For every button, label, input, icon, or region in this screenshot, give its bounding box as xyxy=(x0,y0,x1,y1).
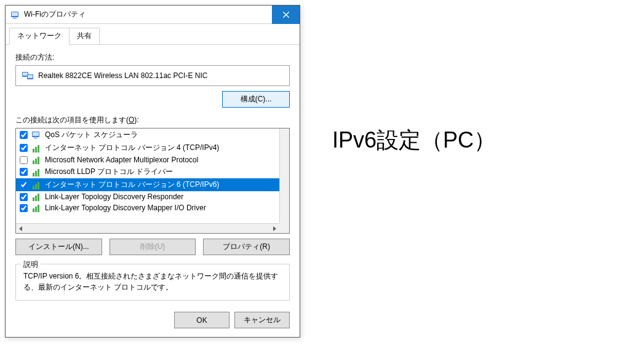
svg-rect-10 xyxy=(33,132,39,136)
wifi-properties-dialog: Wi-Fiのプロパティ ネットワーク 共有 接続の方法: Realtek 882… xyxy=(5,5,300,338)
svg-rect-2 xyxy=(13,18,17,18)
list-item[interactable]: Link-Layer Topology Discovery Mapper I/O… xyxy=(16,202,279,213)
list-item[interactable]: インターネット プロトコル バージョン 4 (TCP/IPv4) xyxy=(16,141,279,154)
svg-rect-18 xyxy=(33,173,34,176)
protocol-icon xyxy=(31,181,41,189)
svg-rect-24 xyxy=(33,197,34,201)
list-item-checkbox[interactable] xyxy=(20,156,28,164)
wifi-icon xyxy=(10,10,20,20)
connect-method-label: 接続の方法: xyxy=(15,52,290,63)
list-item-checkbox[interactable] xyxy=(20,193,28,201)
page-title: IPv6設定（PC） xyxy=(332,125,496,156)
list-item[interactable]: インターネット プロトコル バージョン 6 (TCP/IPv6) xyxy=(16,178,279,191)
list-item[interactable]: Microsoft Network Adapter Multiplexor Pr… xyxy=(16,154,279,165)
list-item-label: インターネット プロトコル バージョン 6 (TCP/IPv6) xyxy=(45,180,219,190)
protocol-icon xyxy=(31,144,41,152)
titlebar: Wi-Fiのプロパティ xyxy=(6,6,300,24)
uninstall-button[interactable]: 削除(U) xyxy=(110,239,196,255)
horizontal-scrollbar[interactable] xyxy=(16,223,279,233)
svg-rect-22 xyxy=(35,184,37,189)
scroll-left-arrow[interactable] xyxy=(16,224,26,234)
properties-button[interactable]: プロパティ(R) xyxy=(203,239,290,255)
list-item-label: Link-Layer Topology Discovery Responder xyxy=(45,192,183,201)
svg-rect-17 xyxy=(38,157,39,164)
svg-rect-20 xyxy=(38,169,39,176)
svg-rect-29 xyxy=(38,205,39,212)
svg-rect-25 xyxy=(35,196,37,201)
titlebar-title: Wi-Fiのプロパティ xyxy=(24,9,272,20)
list-item[interactable]: QoS パケット スケジューラ xyxy=(16,129,279,141)
items-list-label: この接続は次の項目を使用します(O): xyxy=(15,115,290,125)
vertical-scrollbar[interactable] xyxy=(279,129,289,223)
svg-marker-31 xyxy=(273,226,276,231)
scroll-right-arrow[interactable] xyxy=(269,224,279,234)
monitor-icon xyxy=(31,131,41,140)
protocol-icon xyxy=(31,168,41,176)
scroll-corner xyxy=(279,223,289,233)
configure-button[interactable]: 構成(C)... xyxy=(222,91,290,108)
cancel-button[interactable]: キャンセル xyxy=(234,312,290,328)
list-item-label: インターネット プロトコル バージョン 4 (TCP/IPv4) xyxy=(45,143,219,153)
description-title: 説明 xyxy=(21,259,41,270)
svg-rect-16 xyxy=(35,159,37,164)
protocol-icon xyxy=(31,192,41,201)
list-item-checkbox[interactable] xyxy=(20,204,28,212)
list-item-checkbox[interactable] xyxy=(20,131,28,139)
list-item-label: QoS パケット スケジューラ xyxy=(45,130,138,140)
svg-rect-12 xyxy=(33,149,34,152)
svg-marker-30 xyxy=(19,226,22,231)
list-item-label: Link-Layer Topology Discovery Mapper I/O… xyxy=(45,204,206,212)
svg-rect-15 xyxy=(33,160,34,164)
adapter-box: Realtek 8822CE Wireless LAN 802.11ac PCI… xyxy=(15,65,290,86)
svg-rect-11 xyxy=(34,138,38,138)
list-item-checkbox[interactable] xyxy=(20,168,28,176)
install-button[interactable]: インストール(N)... xyxy=(15,239,102,255)
description-groupbox: 説明 TCP/IP version 6。相互接続されたさまざまなネットワーク間の… xyxy=(15,264,290,301)
svg-rect-26 xyxy=(38,194,39,201)
list-item[interactable]: Link-Layer Topology Discovery Responder xyxy=(16,191,279,202)
list-item-checkbox[interactable] xyxy=(20,144,28,152)
list-item[interactable]: Microsoft LLDP プロトコル ドライバー xyxy=(16,165,279,178)
svg-rect-23 xyxy=(38,182,39,189)
svg-rect-8 xyxy=(28,75,33,78)
description-text: TCP/IP version 6。相互接続されたさまざまなネットワーク間の通信を… xyxy=(23,271,282,293)
svg-rect-27 xyxy=(33,208,34,212)
svg-rect-13 xyxy=(35,147,37,152)
tab-sharing[interactable]: 共有 xyxy=(69,28,100,44)
svg-rect-14 xyxy=(38,145,39,152)
close-button[interactable] xyxy=(272,6,300,24)
svg-rect-6 xyxy=(23,73,28,76)
protocol-icon xyxy=(31,204,41,212)
adapter-name: Realtek 8822CE Wireless LAN 802.11ac PCI… xyxy=(38,71,207,80)
svg-rect-28 xyxy=(35,207,37,212)
svg-rect-19 xyxy=(35,171,37,176)
svg-rect-21 xyxy=(33,186,34,189)
list-item-label: Microsoft Network Adapter Multiplexor Pr… xyxy=(45,156,198,164)
list-item-label: Microsoft LLDP プロトコル ドライバー xyxy=(45,167,173,177)
network-items-listbox[interactable]: QoS パケット スケジューラインターネット プロトコル バージョン 4 (TC… xyxy=(15,128,290,234)
ok-button[interactable]: OK xyxy=(174,312,229,328)
close-icon xyxy=(283,12,289,18)
network-adapter-icon xyxy=(22,71,33,81)
tab-network[interactable]: ネットワーク xyxy=(9,28,70,44)
dialog-body: 接続の方法: Realtek 8822CE Wireless LAN 802.1… xyxy=(6,45,300,337)
tab-bar: ネットワーク 共有 xyxy=(6,24,300,45)
svg-rect-1 xyxy=(12,12,18,16)
list-item-checkbox[interactable] xyxy=(20,181,28,189)
protocol-icon xyxy=(31,156,41,164)
